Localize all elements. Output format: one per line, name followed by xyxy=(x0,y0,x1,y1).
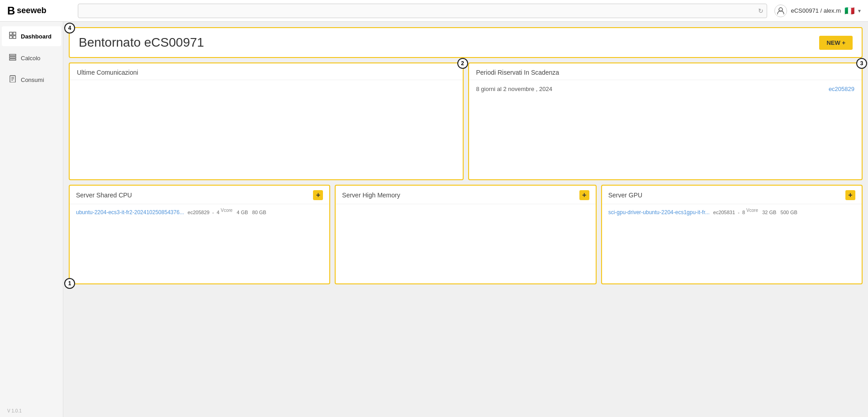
communications-body xyxy=(70,80,463,91)
dashboard-icon xyxy=(9,32,16,41)
server-high-memory-header: Server High Memory + xyxy=(336,186,595,204)
welcome-panel: 4 Bentornato eCS00971 NEW + xyxy=(69,27,863,58)
sidebar-label-calcolo: Calcolo xyxy=(21,55,40,62)
topbar-right: eCS00971 / alex.m 🇮🇹 ▾ xyxy=(774,5,861,17)
server-shared-cpu-title: Server Shared CPU xyxy=(76,192,132,199)
sidebar-label-dashboard: Dashboard xyxy=(21,33,52,40)
sidebar-item-dashboard[interactable]: Dashboard xyxy=(2,26,61,46)
communications-panel: 2 Ultime Comunicazioni xyxy=(69,62,464,180)
communications-header: Ultime Comunicazioni xyxy=(70,63,463,80)
server-high-memory-title: Server High Memory xyxy=(342,192,400,199)
logo: B seeweb xyxy=(7,5,71,17)
middle-row: 2 Ultime Comunicazioni 3 Periodi Riserva… xyxy=(69,62,863,180)
period-link[interactable]: ec205829 xyxy=(829,86,854,92)
svg-rect-4 xyxy=(13,36,16,38)
add-server-gpu-button[interactable]: + xyxy=(845,190,855,200)
badge-4: 4 xyxy=(64,23,75,34)
user-avatar-icon xyxy=(774,5,787,17)
topbar: B seeweb ↻ eCS00971 / alex.m 🇮🇹 ▾ xyxy=(0,0,868,22)
server-gpu-link[interactable]: sci-gpu-driver-ubuntu-2204-ecs1gpu-it-fr… xyxy=(608,209,710,216)
sidebar-label-consumi: Consumi xyxy=(21,77,44,83)
chevron-down-icon: ▾ xyxy=(858,8,861,14)
server-shared-cpu-meta: ec205829 - 4 Vcore 4 GB 80 GB xyxy=(188,208,266,215)
badge-2: 2 xyxy=(457,58,468,69)
svg-rect-1 xyxy=(9,32,12,35)
flag-icon: 🇮🇹 xyxy=(844,6,854,16)
server-gpu-item: sci-gpu-driver-ubuntu-2204-ecs1gpu-it-fr… xyxy=(602,204,862,219)
svg-rect-6 xyxy=(9,57,16,58)
logo-b-icon: B xyxy=(7,5,15,17)
main-content: 4 Bentornato eCS00971 NEW + 2 Ultime Com… xyxy=(63,22,868,417)
refresh-icon[interactable]: ↻ xyxy=(758,7,764,14)
user-info[interactable]: eCS00971 / alex.m 🇮🇹 ▾ xyxy=(774,5,861,17)
periods-panel: 3 Periodi Riservati In Scadenza 8 giorni… xyxy=(468,62,863,180)
user-name-label: eCS00971 / alex.m xyxy=(791,7,841,14)
periods-body: 8 giorni al 2 novembre , 2024 ec205829 xyxy=(469,80,862,98)
server-shared-cpu-link[interactable]: ubuntu-2204-ecs3-it-fr2-202410250854376.… xyxy=(76,209,184,216)
server-shared-cpu-panel: 1 Server Shared CPU + ubuntu-2204-ecs3-i… xyxy=(69,185,330,284)
server-gpu-meta: ec205831 - 8 Vcore 32 GB 500 GB xyxy=(713,208,797,215)
periods-title: Periodi Riservati In Scadenza xyxy=(476,69,560,76)
badge-3: 3 xyxy=(856,58,867,69)
welcome-title: Bentornato eCS00971 xyxy=(79,35,204,50)
period-text: 8 giorni al 2 novembre , 2024 xyxy=(476,86,552,92)
consumi-icon xyxy=(9,75,16,84)
svg-rect-3 xyxy=(9,36,12,38)
sidebar: Dashboard Calcolo Consumi xyxy=(0,22,63,417)
server-gpu-title: Server GPU xyxy=(608,192,642,199)
add-server-high-memory-button[interactable]: + xyxy=(579,190,589,200)
search-bar: ↻ xyxy=(78,4,767,18)
period-item: 8 giorni al 2 novembre , 2024 ec205829 xyxy=(476,86,855,92)
server-shared-cpu-item: ubuntu-2204-ecs3-it-fr2-202410250854376.… xyxy=(70,204,329,219)
server-gpu-header: Server GPU + xyxy=(602,186,862,204)
sidebar-version: V 1.0.1 xyxy=(0,405,63,417)
calcolo-icon xyxy=(9,53,16,62)
server-shared-cpu-header: Server Shared CPU + xyxy=(70,186,329,204)
svg-rect-5 xyxy=(9,54,16,56)
server-gpu-panel: Server GPU + sci-gpu-driver-ubuntu-2204-… xyxy=(601,185,863,284)
sidebar-item-consumi[interactable]: Consumi xyxy=(2,70,61,90)
search-input[interactable] xyxy=(78,4,767,18)
periods-header: Periodi Riservati In Scadenza xyxy=(469,63,862,80)
svg-rect-7 xyxy=(9,59,16,60)
logo-text: seeweb xyxy=(17,6,46,15)
bottom-row: 1 Server Shared CPU + ubuntu-2204-ecs3-i… xyxy=(69,185,863,284)
sidebar-item-calcolo[interactable]: Calcolo xyxy=(2,48,61,68)
badge-1: 1 xyxy=(64,278,75,289)
new-button[interactable]: NEW + xyxy=(819,36,853,50)
add-server-shared-cpu-button[interactable]: + xyxy=(313,190,323,200)
communications-title: Ultime Comunicazioni xyxy=(77,69,138,76)
server-high-memory-body xyxy=(336,204,595,215)
svg-rect-2 xyxy=(13,32,16,35)
app-body: Dashboard Calcolo Consumi xyxy=(0,22,868,417)
server-high-memory-panel: Server High Memory + xyxy=(335,185,596,284)
